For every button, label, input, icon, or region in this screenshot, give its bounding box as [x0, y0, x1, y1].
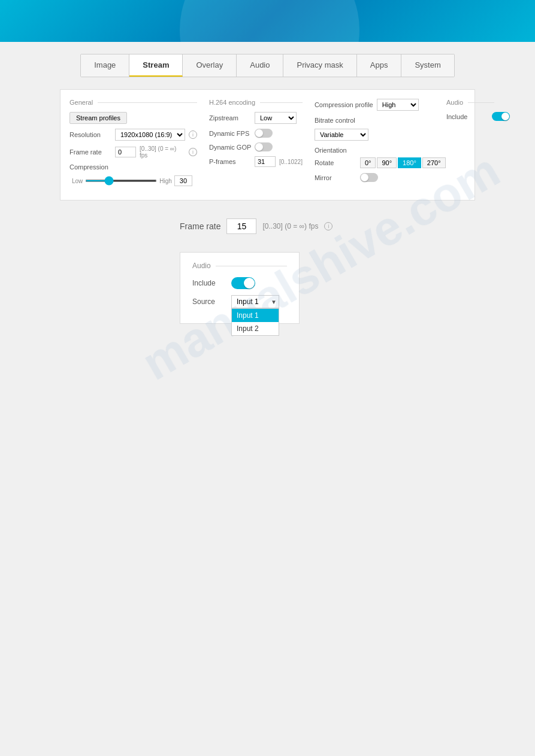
compression-slider[interactable] — [85, 180, 157, 182]
general-title: General — [69, 99, 197, 106]
bitrate-control-select[interactable]: Variable Constant — [315, 129, 368, 141]
dynamic-fps-row: Dynamic FPS — [209, 129, 303, 138]
dynamic-gop-toggle[interactable] — [255, 142, 273, 151]
bitrate-control-select-row: Variable Constant — [315, 129, 434, 141]
audio-include-label: Include — [446, 113, 488, 120]
rotate-row: Rotate 0° 90° 180° 270° — [315, 157, 434, 168]
dynamic-fps-thumb — [255, 129, 263, 137]
rotate-180-btn[interactable]: 180° — [398, 157, 421, 168]
frame-rate-info-icon[interactable]: i — [189, 148, 197, 156]
nav-container: Image Stream Overlay Audio Privacy mask … — [0, 54, 535, 77]
h264-section: H.264 encoding Zipstream Low Medium High… — [209, 99, 303, 191]
dynamic-gop-track — [255, 142, 273, 151]
orientation-label: Orientation — [315, 147, 434, 154]
rotate-90-btn[interactable]: 90° — [377, 157, 397, 168]
tab-apps[interactable]: Apps — [357, 54, 402, 77]
audio-section-include-row: Include — [192, 277, 287, 289]
frame-rate-large-label: Frame rate — [180, 221, 220, 231]
source-select[interactable]: Input 1 Input 2 — [231, 295, 279, 308]
frame-rate-large-info-icon[interactable]: i — [324, 222, 333, 230]
compression-row: Compression — [69, 163, 197, 171]
stream-profiles-button[interactable]: Stream profiles — [69, 112, 127, 124]
source-option-input2[interactable]: Input 2 — [232, 322, 279, 335]
compression-profile-section: Compression profile High Medium Low Bitr… — [315, 99, 434, 191]
tab-overlay[interactable]: Overlay — [183, 54, 237, 77]
dynamic-fps-toggle[interactable] — [255, 129, 273, 138]
mirror-track — [360, 173, 378, 182]
stream-profiles-row: Stream profiles — [69, 112, 197, 124]
tab-stream[interactable]: Stream — [129, 54, 183, 77]
header — [0, 0, 535, 42]
zipstream-row: Zipstream Low Medium High — [209, 112, 303, 124]
compression-label: Compression — [69, 163, 108, 171]
p-frames-label: P-frames — [209, 158, 251, 165]
bitrate-control-label: Bitrate control — [315, 117, 356, 124]
source-option-input1[interactable]: Input 1 — [232, 309, 279, 322]
zipstream-label: Zipstream — [209, 114, 251, 122]
compression-high-label: High — [159, 178, 172, 184]
source-dropdown-menu: Input 1 Input 2 — [231, 308, 279, 336]
tab-image[interactable]: Image — [81, 54, 129, 77]
audio-section-include-label: Include — [192, 279, 225, 287]
audio-section-source-label: Source — [192, 297, 225, 306]
mirror-toggle[interactable] — [360, 173, 378, 182]
audio-include-row: Include — [446, 112, 494, 121]
frame-rate-large-input[interactable] — [226, 218, 256, 234]
tab-system[interactable]: System — [401, 54, 454, 77]
frame-rate-hint: [0..30] (0 = ∞) fps — [140, 145, 185, 159]
audio-section-include-track — [231, 277, 255, 289]
tab-audio[interactable]: Audio — [237, 54, 283, 77]
mirror-label: Mirror — [315, 174, 356, 181]
p-frames-row: P-frames [0..1022] — [209, 156, 303, 167]
audio-section-source-row: Source Input 1 Input 2 ▼ Input 1 Input 2 — [192, 295, 287, 308]
frame-rate-large-row: Frame rate [0..30] (0 = ∞) fps i — [60, 218, 475, 234]
settings-panel: General Stream profiles Resolution 1920x… — [60, 89, 475, 201]
general-section: General Stream profiles Resolution 1920x… — [69, 99, 197, 191]
dynamic-gop-row: Dynamic GOP — [209, 142, 303, 151]
resolution-row: Resolution 1920x1080 (16:9) i — [69, 129, 197, 141]
resolution-label: Resolution — [69, 131, 111, 138]
nav-tabs: Image Stream Overlay Audio Privacy mask … — [80, 54, 455, 77]
frame-rate-large-hint: [0..30] (0 = ∞) fps — [262, 222, 318, 230]
audio-section-title: Audio — [192, 262, 287, 270]
dynamic-fps-track — [255, 129, 273, 138]
audio-inline-title: Audio — [446, 99, 494, 106]
compression-value-input[interactable] — [174, 175, 192, 186]
p-frames-input[interactable] — [255, 156, 276, 167]
compression-profile-row: Compression profile High Medium Low — [315, 99, 434, 111]
zipstream-select[interactable]: Low Medium High — [255, 112, 297, 124]
mirror-thumb — [361, 174, 368, 181]
dynamic-gop-thumb — [255, 143, 263, 151]
h264-title: H.264 encoding — [209, 99, 303, 106]
audio-section-include-toggle[interactable] — [231, 277, 255, 289]
compression-profile-select[interactable]: High Medium Low — [377, 99, 419, 111]
rotate-label: Rotate — [315, 159, 356, 166]
audio-include-track — [492, 112, 510, 121]
tab-privacy-mask[interactable]: Privacy mask — [283, 54, 356, 77]
main-content: General Stream profiles Resolution 1920x… — [0, 89, 535, 324]
compression-low-label: Low — [72, 178, 83, 184]
compression-profile-label: Compression profile — [315, 101, 373, 108]
audio-include-thumb — [501, 113, 509, 120]
audio-include-toggle[interactable] — [492, 112, 510, 121]
bitrate-control-row: Bitrate control — [315, 117, 434, 124]
header-decoration — [180, 0, 359, 42]
rotate-270-btn[interactable]: 270° — [422, 157, 446, 168]
dynamic-gop-label: Dynamic GOP — [209, 144, 251, 151]
rotate-group: 0° 90° 180° 270° — [360, 157, 446, 168]
rotate-0-btn[interactable]: 0° — [360, 157, 376, 168]
compression-slider-row: Low High — [72, 175, 197, 186]
frame-rate-row: Frame rate [0..30] (0 = ∞) fps i — [69, 145, 197, 159]
source-dropdown[interactable]: Input 1 Input 2 ▼ Input 1 Input 2 — [231, 295, 279, 308]
frame-rate-label: Frame rate — [69, 148, 111, 156]
audio-section: Audio Include Source Input 1 Input 2 ▼ I… — [180, 252, 300, 324]
audio-section-include-thumb — [244, 278, 255, 289]
resolution-info-icon[interactable]: i — [189, 130, 197, 139]
audio-inline-section: Audio Include — [446, 99, 494, 191]
p-frames-hint: [0..1022] — [279, 159, 303, 165]
mirror-row: Mirror — [315, 173, 434, 182]
resolution-select[interactable]: 1920x1080 (16:9) — [115, 129, 185, 141]
dynamic-fps-label: Dynamic FPS — [209, 130, 251, 137]
frame-rate-input[interactable] — [115, 147, 136, 157]
